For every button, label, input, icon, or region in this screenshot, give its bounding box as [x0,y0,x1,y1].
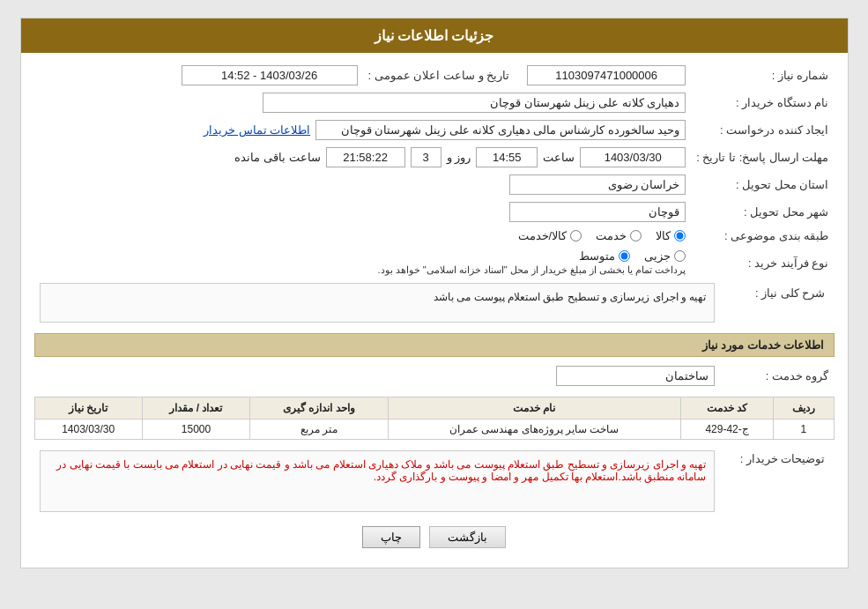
tozihatKharidar-box: تهیه و اجرای زیرسازی و تسطیح طبق استعلام… [40,450,715,512]
shahr-input: قوچان [509,202,686,222]
radio-khedmat-label: خدمت [596,229,627,242]
ostan-value: خراسان رضوی [34,171,692,198]
page-title: جزئیات اطلاعات نیاز [21,19,848,53]
radio-jozee-label: جزیی [644,249,671,263]
radio-kalaKhedmat-input[interactable] [570,230,582,241]
col-tedad: تعداد / مقدار [142,397,249,420]
tabaqebandi-value: کالا خدمت کالا/خدمت [34,226,692,246]
grouhKhedmat-value: ساختمان [34,362,720,390]
ijadKonande-label: ایجاد کننده درخواست : [691,116,834,144]
ostan-input: خراسان رضوی [509,175,686,195]
radio-kala-label: کالا [656,229,671,242]
tarikh-label: تاریخ و ساعت اعلان عمومی : [363,62,516,89]
col-radif: ردیف [774,397,834,420]
button-row: بازگشت چاپ [34,516,835,559]
grouhKhedmat-input: ساختمان [556,366,715,386]
tozihatKharidar-label: توضیحات خریدار : [720,447,835,516]
radio-khedmat[interactable]: خدمت [596,229,642,242]
radio-motavaset-label: متوسط [579,249,615,263]
cell-kodKhedmat: ج-42-429 [680,420,773,440]
ijadKonande-input: وحید سالخورده کارشناس مالی دهیاری کلانه … [315,120,686,140]
tarikh-value: 1403/03/26 - 14:52 [34,62,363,89]
rooz-label: روز و [447,151,471,164]
grouhKhedmat-label: گروه خدمت : [720,362,835,390]
radio-kalaKhedmat[interactable]: کالا/خدمت [518,229,582,242]
cell-namKhedmat: ساخت سایر پروژه‌های مهندسی عمران [388,420,680,440]
sharhKoli-section: شرح کلی نیاز : تهیه و اجرای زیرسازی و تس… [34,279,835,326]
table-row: 1ج-42-429ساخت سایر پروژه‌های مهندسی عمرا… [34,420,834,440]
saat-label: ساعت [543,151,575,164]
col-kodKhedmat: کد خدمت [680,397,773,420]
radio-motavaset[interactable]: متوسط [579,249,630,263]
radio-jozee-input[interactable] [674,250,686,262]
shomareNiaz-label: شماره نیاز : [691,62,834,89]
ostan-label: استان محل تحویل : [691,171,834,198]
tabaqebandi-label: طبقه بندی موضوعی : [691,226,834,246]
etelaatTamas-link[interactable]: اطلاعات تماس خریدار [204,123,310,137]
sharhKoli-value: تهیه و اجرای زیرسازی و تسطیح طبق استعلام… [34,279,720,326]
namDastgah-value: دهیاری کلانه علی زینل شهرستان قوچان [34,89,692,116]
baghimande-label: ساعت باقی مانده [234,151,320,164]
mohlatErsalPasokh-label: مهلت ارسال پاسخ: تا تاریخ : [691,144,834,171]
radio-kala[interactable]: کالا [656,229,686,242]
date-input: 1403/03/30 [580,147,686,167]
radio-kalaKhedmat-label: کالا/خدمت [518,229,568,242]
info-section: شماره نیاز : 1103097471000006 تاریخ و سا… [34,62,835,279]
col-tarikh: تاریخ نیاز [34,397,142,420]
baghimande-input: 21:58:22 [326,147,405,167]
radio-khedmat-input[interactable] [630,230,642,241]
services-header: اطلاعات خدمات مورد نیاز [34,333,835,357]
namDastgah-label: نام دستگاه خریدار : [691,89,834,116]
noeFarayand-label: نوع فرآیند خرید : [691,246,834,279]
cell-vahed: متر مربع [250,420,389,440]
radio-jozee[interactable]: جزیی [644,249,686,263]
tozihatKharidar-value: تهیه و اجرای زیرسازی و تسطیح طبق استعلام… [34,447,720,516]
shomareNiaz-input: 1103097471000006 [527,65,686,85]
chap-button[interactable]: چاپ [362,526,420,548]
bazgasht-button[interactable]: بازگشت [429,526,506,548]
ijadKonande-value: وحید سالخورده کارشناس مالی دهیاری کلانه … [34,116,692,144]
col-namKhedmat: نام خدمت [388,397,680,420]
saat-input: 14:55 [476,147,538,167]
tarikh-input: 1403/03/26 - 14:52 [182,65,358,85]
farayand-note: پرداخت تمام یا بخشی از مبلغ خریدار از مح… [378,264,686,276]
cell-tarikh: 1403/03/30 [34,420,142,440]
rooz-input: 3 [411,147,441,167]
shahr-value: قوچان [34,198,692,226]
cell-radif: 1 [774,420,834,440]
page-container: جزئیات اطلاعات نیاز شماره نیاز : 1103097… [20,18,849,568]
cell-tedad: 15000 [142,420,249,440]
sharhKoli-label: شرح کلی نیاز : [720,279,835,326]
shomareNiaz-value: 1103097471000006 [515,62,691,89]
col-vahed: واحد اندازه گیری [250,397,389,420]
sharhKoli-box: تهیه و اجرای زیرسازی و تسطیح طبق استعلام… [40,283,715,323]
radio-motavaset-input[interactable] [619,250,630,262]
grouhKhedmat-section: گروه خدمت : ساختمان [34,362,835,390]
namDastgah-input: دهیاری کلانه علی زینل شهرستان قوچان [263,93,686,113]
noeFarayand-value: جزیی متوسط پرداخت تمام یا بخشی از مبلغ خ… [34,246,692,279]
shahr-label: شهر محل تحویل : [691,198,834,226]
tozihat-section: توضیحات خریدار : تهیه و اجرای زیرسازی و … [34,447,835,516]
radio-kala-input[interactable] [674,230,686,241]
mohlatErsalPasokh-value: 1403/03/30 ساعت 14:55 روز و 3 21:58:22 س… [34,144,692,171]
services-table: ردیف کد خدمت نام خدمت واحد اندازه گیری ت… [34,397,835,440]
